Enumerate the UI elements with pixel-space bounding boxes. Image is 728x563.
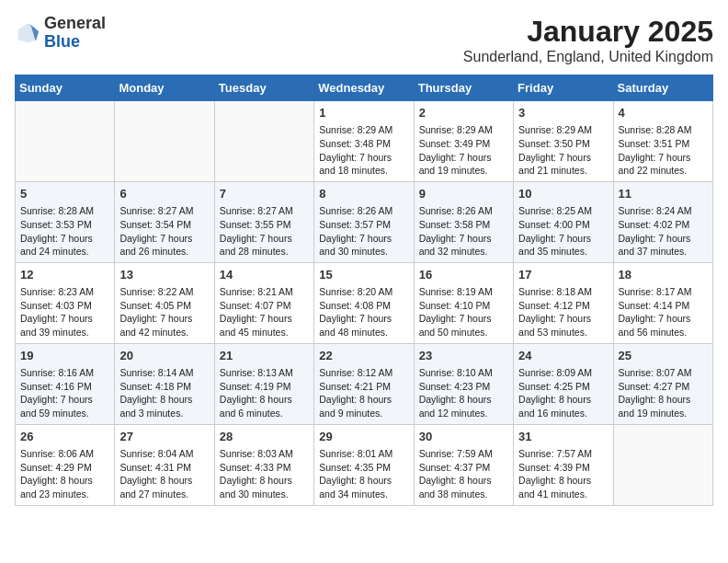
day-number: 17 [518, 267, 608, 283]
day-info: Sunrise: 8:27 AM Sunset: 3:54 PM Dayligh… [119, 204, 209, 259]
calendar-table: Sunday Monday Tuesday Wednesday Thursday… [15, 75, 713, 506]
day-number: 9 [419, 186, 508, 202]
day-info: Sunrise: 8:24 AM Sunset: 4:02 PM Dayligh… [619, 204, 708, 259]
day-number: 26 [20, 429, 109, 445]
day-info: Sunrise: 8:12 AM Sunset: 4:21 PM Dayligh… [319, 366, 408, 420]
table-row: 23Sunrise: 8:10 AM Sunset: 4:23 PM Dayli… [414, 343, 513, 424]
calendar-header: Sunday Monday Tuesday Wednesday Thursday… [16, 75, 713, 101]
header-saturday: Saturday [613, 75, 712, 101]
day-info: Sunrise: 8:22 AM Sunset: 4:05 PM Dayligh… [119, 285, 209, 339]
day-number: 13 [119, 267, 209, 283]
day-info: Sunrise: 8:19 AM Sunset: 4:10 PM Dayligh… [419, 285, 508, 339]
table-row: 14Sunrise: 8:21 AM Sunset: 4:07 PM Dayli… [214, 262, 313, 343]
day-info: Sunrise: 8:28 AM Sunset: 3:51 PM Dayligh… [619, 123, 708, 178]
day-number: 20 [119, 348, 209, 364]
day-number: 4 [619, 105, 708, 121]
day-number: 23 [419, 348, 508, 364]
day-info: Sunrise: 8:26 AM Sunset: 3:58 PM Dayligh… [419, 204, 508, 259]
table-row [613, 424, 712, 505]
table-row: 7Sunrise: 8:27 AM Sunset: 3:55 PM Daylig… [214, 181, 313, 262]
calendar-subtitle: Sunderland, England, United Kingdom [463, 49, 713, 65]
header-wednesday: Wednesday [314, 75, 414, 101]
table-row: 9Sunrise: 8:26 AM Sunset: 3:58 PM Daylig… [414, 181, 513, 262]
day-info: Sunrise: 8:18 AM Sunset: 4:12 PM Dayligh… [518, 285, 608, 339]
table-row: 30Sunrise: 7:59 AM Sunset: 4:37 PM Dayli… [414, 424, 513, 505]
table-row: 15Sunrise: 8:20 AM Sunset: 4:08 PM Dayli… [314, 262, 414, 343]
table-row: 27Sunrise: 8:04 AM Sunset: 4:31 PM Dayli… [115, 424, 214, 505]
day-info: Sunrise: 8:28 AM Sunset: 3:53 PM Dayligh… [20, 204, 109, 259]
day-info: Sunrise: 8:01 AM Sunset: 4:35 PM Dayligh… [319, 447, 408, 501]
table-row: 11Sunrise: 8:24 AM Sunset: 4:02 PM Dayli… [613, 181, 712, 262]
logo-general-text: General [44, 15, 106, 33]
day-info: Sunrise: 8:27 AM Sunset: 3:55 PM Dayligh… [220, 204, 309, 259]
table-row: 26Sunrise: 8:06 AM Sunset: 4:29 PM Dayli… [16, 424, 115, 505]
table-row: 28Sunrise: 8:03 AM Sunset: 4:33 PM Dayli… [214, 424, 313, 505]
table-row: 8Sunrise: 8:26 AM Sunset: 3:57 PM Daylig… [314, 181, 414, 262]
day-number: 10 [518, 186, 608, 202]
table-row: 20Sunrise: 8:14 AM Sunset: 4:18 PM Dayli… [115, 343, 214, 424]
day-info: Sunrise: 8:14 AM Sunset: 4:18 PM Dayligh… [119, 366, 209, 420]
day-info: Sunrise: 8:09 AM Sunset: 4:25 PM Dayligh… [518, 366, 608, 420]
day-info: Sunrise: 8:26 AM Sunset: 3:57 PM Dayligh… [319, 204, 408, 259]
table-row: 12Sunrise: 8:23 AM Sunset: 4:03 PM Dayli… [16, 262, 115, 343]
table-row: 5Sunrise: 8:28 AM Sunset: 3:53 PM Daylig… [16, 181, 115, 262]
calendar-title: January 2025 [463, 15, 713, 49]
day-info: Sunrise: 8:10 AM Sunset: 4:23 PM Dayligh… [419, 366, 508, 420]
table-row: 16Sunrise: 8:19 AM Sunset: 4:10 PM Dayli… [414, 262, 513, 343]
header-thursday: Thursday [414, 75, 513, 101]
day-number: 14 [220, 267, 309, 283]
logo-icon [15, 20, 40, 46]
table-row [115, 101, 214, 182]
table-row: 4Sunrise: 8:28 AM Sunset: 3:51 PM Daylig… [613, 101, 712, 182]
day-number: 19 [20, 348, 109, 364]
table-row: 31Sunrise: 7:57 AM Sunset: 4:39 PM Dayli… [514, 424, 613, 505]
day-number: 31 [518, 429, 608, 445]
table-row: 22Sunrise: 8:12 AM Sunset: 4:21 PM Dayli… [314, 343, 414, 424]
table-row: 3Sunrise: 8:29 AM Sunset: 3:50 PM Daylig… [514, 101, 613, 182]
day-number: 3 [518, 105, 608, 121]
table-row [214, 101, 313, 182]
day-info: Sunrise: 8:29 AM Sunset: 3:50 PM Dayligh… [518, 123, 608, 178]
day-info: Sunrise: 8:06 AM Sunset: 4:29 PM Dayligh… [20, 447, 109, 501]
day-number: 29 [319, 429, 408, 445]
table-row: 24Sunrise: 8:09 AM Sunset: 4:25 PM Dayli… [514, 343, 613, 424]
day-number: 24 [518, 348, 608, 364]
table-row: 17Sunrise: 8:18 AM Sunset: 4:12 PM Dayli… [514, 262, 613, 343]
table-row: 18Sunrise: 8:17 AM Sunset: 4:14 PM Dayli… [613, 262, 712, 343]
day-info: Sunrise: 8:17 AM Sunset: 4:14 PM Dayligh… [619, 285, 708, 339]
table-row: 25Sunrise: 8:07 AM Sunset: 4:27 PM Dayli… [613, 343, 712, 424]
table-row: 2Sunrise: 8:29 AM Sunset: 3:49 PM Daylig… [414, 101, 513, 182]
header-monday: Monday [115, 75, 214, 101]
day-info: Sunrise: 8:03 AM Sunset: 4:33 PM Dayligh… [220, 447, 309, 501]
day-info: Sunrise: 8:13 AM Sunset: 4:19 PM Dayligh… [220, 366, 309, 420]
day-number: 5 [20, 186, 109, 202]
day-info: Sunrise: 7:57 AM Sunset: 4:39 PM Dayligh… [518, 447, 608, 501]
day-number: 6 [119, 186, 209, 202]
logo-blue-text: Blue [44, 33, 106, 52]
day-info: Sunrise: 7:59 AM Sunset: 4:37 PM Dayligh… [419, 447, 508, 501]
day-number: 21 [220, 348, 309, 364]
table-row: 1Sunrise: 8:29 AM Sunset: 3:48 PM Daylig… [314, 101, 414, 182]
day-number: 18 [619, 267, 708, 283]
day-info: Sunrise: 8:21 AM Sunset: 4:07 PM Dayligh… [220, 285, 309, 339]
table-row [16, 101, 115, 182]
day-number: 15 [319, 267, 408, 283]
calendar-body: 1Sunrise: 8:29 AM Sunset: 3:48 PM Daylig… [16, 101, 713, 506]
day-info: Sunrise: 8:16 AM Sunset: 4:16 PM Dayligh… [20, 366, 109, 420]
table-row: 19Sunrise: 8:16 AM Sunset: 4:16 PM Dayli… [16, 343, 115, 424]
day-info: Sunrise: 8:04 AM Sunset: 4:31 PM Dayligh… [119, 447, 209, 501]
table-row: 13Sunrise: 8:22 AM Sunset: 4:05 PM Dayli… [115, 262, 214, 343]
day-info: Sunrise: 8:29 AM Sunset: 3:48 PM Dayligh… [319, 123, 408, 178]
day-info: Sunrise: 8:07 AM Sunset: 4:27 PM Dayligh… [619, 366, 708, 420]
table-row: 10Sunrise: 8:25 AM Sunset: 4:00 PM Dayli… [514, 181, 613, 262]
day-number: 7 [220, 186, 309, 202]
day-number: 2 [419, 105, 508, 121]
title-block: January 2025 Sunderland, England, United… [463, 15, 713, 65]
table-row: 29Sunrise: 8:01 AM Sunset: 4:35 PM Dayli… [314, 424, 414, 505]
page-header: General Blue January 2025 Sunderland, En… [15, 15, 713, 65]
day-number: 22 [319, 348, 408, 364]
header-sunday: Sunday [16, 75, 115, 101]
day-number: 28 [220, 429, 309, 445]
day-number: 11 [619, 186, 708, 202]
day-info: Sunrise: 8:25 AM Sunset: 4:00 PM Dayligh… [518, 204, 608, 259]
